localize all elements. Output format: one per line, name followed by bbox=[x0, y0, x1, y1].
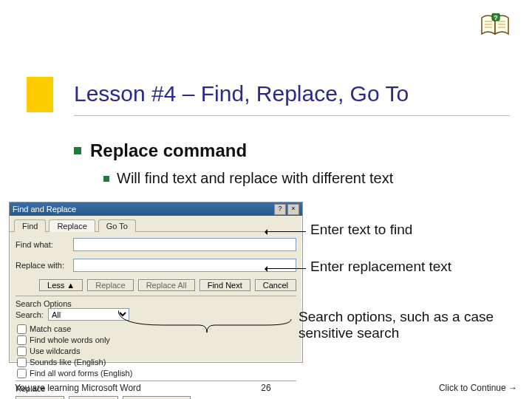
title-accent bbox=[27, 77, 53, 112]
slide: ? Lesson #4 – Find, Replace, Go To Repla… bbox=[0, 0, 532, 399]
tab-find[interactable]: Find bbox=[14, 219, 46, 232]
bullet2-text: Will find text and replace with differen… bbox=[117, 170, 393, 187]
special-button[interactable]: Special ▾ bbox=[69, 396, 118, 399]
tab-replace[interactable]: Replace bbox=[49, 219, 95, 232]
sounds-like-checkbox[interactable]: Sounds like (English) bbox=[17, 357, 296, 368]
replace-all-button[interactable]: Replace All bbox=[138, 279, 195, 291]
dialog-tabs: Find Replace Go To bbox=[10, 216, 302, 232]
callout-options: Search options, such as a case sensitive… bbox=[299, 309, 505, 341]
callout-find: Enter text to find bbox=[310, 222, 517, 238]
callout-replace: Enter replacement text bbox=[310, 259, 517, 275]
bullet-level1: Replace command bbox=[74, 140, 247, 161]
find-input[interactable] bbox=[73, 238, 296, 251]
dialog-button-row: Less ▲ Replace Replace All Find Next Can… bbox=[16, 279, 296, 291]
word-forms-checkbox[interactable]: Find all word forms (English) bbox=[17, 368, 296, 379]
bracket-to-options bbox=[118, 310, 291, 347]
replace-label: Replace with: bbox=[16, 261, 69, 270]
bullet-square-icon bbox=[74, 147, 81, 154]
dialog-titlebar[interactable]: Find and Replace ? × bbox=[10, 202, 302, 216]
bullet1-text: Replace command bbox=[90, 140, 247, 161]
format-button[interactable]: Format ▾ bbox=[16, 396, 64, 399]
search-label: Search: bbox=[16, 310, 44, 319]
arrow-to-replace-input bbox=[266, 268, 306, 269]
dialog-title-text: Find and Replace bbox=[13, 205, 76, 214]
find-row: Find what: bbox=[16, 238, 296, 251]
less-button[interactable]: Less ▲ bbox=[39, 279, 83, 291]
footer: You are learning Microsoft Word 26 Click… bbox=[15, 383, 517, 393]
close-button[interactable]: × bbox=[287, 204, 299, 215]
footer-continue[interactable]: Click to Continue → bbox=[439, 383, 517, 393]
replace-button[interactable]: Replace bbox=[87, 279, 133, 291]
search-options-title: Search Options bbox=[16, 299, 296, 308]
bullet-square-icon bbox=[103, 176, 109, 182]
replace-row: Replace with: bbox=[16, 259, 296, 272]
find-next-button[interactable]: Find Next bbox=[200, 279, 250, 291]
title-rule bbox=[74, 115, 510, 116]
find-label: Find what: bbox=[16, 240, 69, 249]
help-book-icon: ? bbox=[479, 13, 511, 38]
tab-goto[interactable]: Go To bbox=[98, 219, 136, 232]
arrow-to-find-input bbox=[266, 231, 306, 232]
help-button[interactable]: ? bbox=[274, 204, 286, 215]
cancel-button[interactable]: Cancel bbox=[255, 279, 296, 291]
page-title: Lesson #4 – Find, Replace, Go To bbox=[74, 81, 409, 106]
search-direction-select[interactable]: All bbox=[48, 308, 129, 321]
svg-text:?: ? bbox=[494, 14, 498, 21]
no-formatting-button[interactable]: No Formatting bbox=[123, 396, 191, 399]
bullet-level2: Will find text and replace with differen… bbox=[103, 170, 393, 187]
